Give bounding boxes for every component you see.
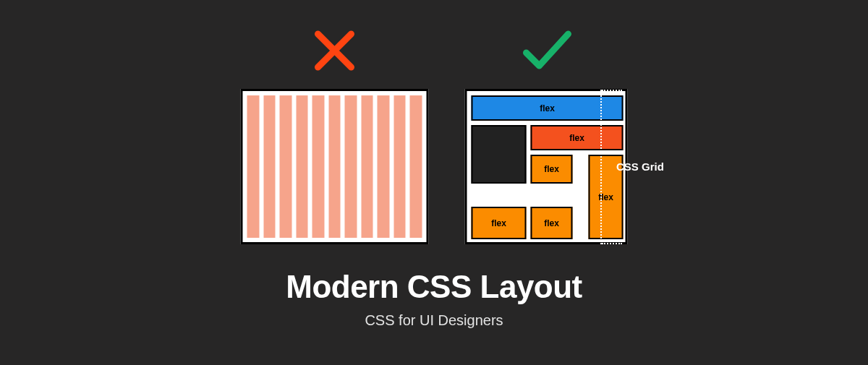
grid-cell-empty xyxy=(472,125,527,184)
grid-cell-flex: flex xyxy=(472,207,527,239)
page-title: Modern CSS Layout xyxy=(0,269,868,305)
grid-callout-line xyxy=(600,90,602,244)
old-column xyxy=(361,95,373,238)
page-subtitle: CSS for UI Designers xyxy=(0,312,868,329)
old-column xyxy=(410,95,422,238)
old-column xyxy=(247,95,260,238)
old-column xyxy=(328,95,341,238)
old-column xyxy=(393,95,406,238)
grid-cell-flex: flex xyxy=(531,207,573,239)
old-column xyxy=(378,95,390,238)
new-approach-column: flex flex flex flex flex flex xyxy=(465,25,628,244)
old-column xyxy=(312,95,325,238)
old-column xyxy=(296,95,308,238)
old-columns-box xyxy=(241,89,429,244)
grid-callout-label: CSS Grid xyxy=(616,160,664,173)
grid-cell-flex: flex xyxy=(531,125,624,150)
cross-icon xyxy=(310,25,360,76)
old-column xyxy=(345,95,357,238)
grid-cell-flex: flex xyxy=(531,155,573,184)
css-grid-box: flex flex flex flex flex flex xyxy=(465,89,628,244)
old-approach-column xyxy=(241,25,429,244)
old-column xyxy=(280,95,292,238)
old-column xyxy=(263,95,276,238)
diagram-stage: flex flex flex flex flex flex CSS Grid M… xyxy=(0,0,868,365)
comparison-row: flex flex flex flex flex flex xyxy=(241,25,628,244)
check-icon xyxy=(517,25,575,76)
